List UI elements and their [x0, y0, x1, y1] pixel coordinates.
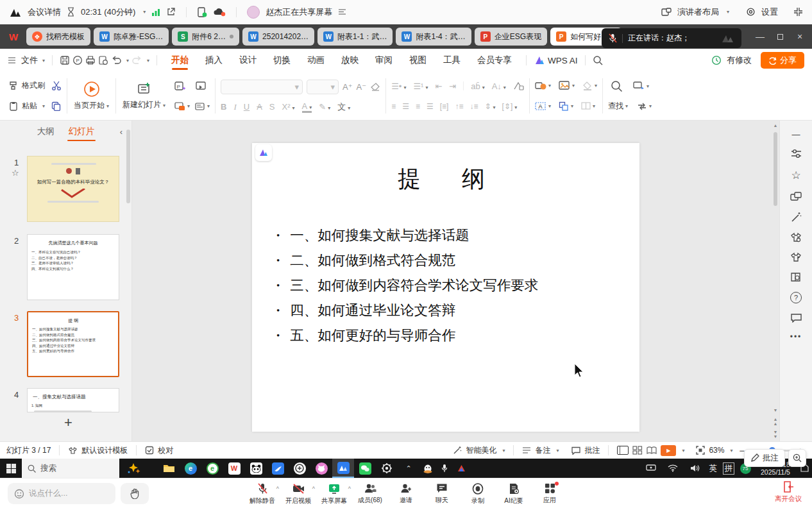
text-direction-button[interactable]: ab̄▾ — [471, 81, 484, 91]
search-icon[interactable] — [593, 55, 603, 65]
section-dropdown[interactable]: ▾ — [195, 102, 210, 111]
collapse-window-icon[interactable] — [793, 7, 803, 17]
doc-status-icon[interactable] — [197, 7, 208, 17]
notes-button[interactable]: 备注 — [535, 445, 550, 456]
slide-thumbnail-3-selected[interactable]: 提 纲 一、如何搜集文献与选择话题 二、如何做到格式符合规范 三、如何做到内容符… — [27, 311, 119, 377]
strikethrough-button[interactable]: A — [257, 102, 262, 112]
tab-animation[interactable]: 动画 — [300, 49, 332, 72]
play-from-current-button[interactable]: 当页开始▾ — [69, 74, 114, 117]
tab-doc-3[interactable]: W252014202… — [242, 28, 314, 46]
cut-icon[interactable] — [51, 81, 62, 90]
scroll-up-icon[interactable]: ▲ — [772, 123, 779, 128]
invite-button[interactable]: 邀请 — [388, 480, 424, 505]
feedback-bubble-icon[interactable] — [791, 313, 802, 323]
tencent-meeting-app-icon[interactable] — [332, 459, 354, 478]
modified-status[interactable]: 有修改 — [727, 55, 752, 66]
sharer-avatar[interactable] — [247, 6, 260, 19]
new-slide-button[interactable]: 新建幻灯片▾ — [117, 74, 171, 117]
undo-caret-icon[interactable]: ▾ — [126, 58, 129, 64]
reading-view-button[interactable] — [647, 446, 657, 455]
quick-chat-input[interactable]: 说点什么... — [8, 483, 115, 504]
apps-button[interactable]: 应用 — [532, 480, 568, 505]
panel-collapse-icon[interactable]: ‹ — [120, 127, 123, 137]
normal-view-button[interactable] — [617, 446, 629, 455]
panda-app-icon[interactable] — [245, 459, 267, 478]
canvas-scrollbar[interactable]: ▲ ▼ ▲▲ ▼▼ — [772, 121, 779, 441]
template-button[interactable]: 默认设计模板 — [81, 445, 128, 456]
tray-triangle-app-icon[interactable] — [453, 459, 469, 478]
tab-design[interactable]: 设计 — [232, 49, 264, 72]
slide-thumbnail-2[interactable]: 先搞清楚这几个基本问题 一、本科论文你写完自己读吗？ 二、自己不读，老师会读吗？… — [27, 234, 119, 300]
wps-ai-assistant-button[interactable] — [255, 144, 272, 161]
decrease-font-icon[interactable]: A⁻ — [357, 82, 367, 92]
slide-canvas[interactable]: 提 纲 •一、如何搜集文献与选择话题 •二、如何做到格式符合规范 •三、如何做到… — [252, 143, 639, 432]
layout-dropdown[interactable]: ▾ — [174, 102, 190, 111]
ime-pinyin[interactable]: 拼 — [723, 462, 734, 475]
wps-app-icon[interactable]: W — [223, 459, 245, 478]
copy-icon[interactable] — [51, 101, 61, 111]
timer-caret-icon[interactable]: ▾ — [143, 9, 146, 15]
tab-home[interactable]: 开始 — [164, 49, 196, 72]
text-align-vertical-button[interactable]: [⇕]▾ — [502, 102, 518, 111]
increase-indent-button[interactable]: ⇥ — [449, 81, 456, 91]
cat-app-icon[interactable] — [310, 459, 332, 478]
save-icon[interactable] — [60, 55, 70, 65]
find-button[interactable]: 查找▾ — [608, 101, 628, 112]
beautify-button[interactable]: 智能美化 — [466, 445, 496, 456]
window-close-button[interactable]: × — [791, 31, 808, 42]
volume-icon[interactable] — [684, 459, 706, 478]
find-icon[interactable] — [611, 80, 623, 92]
qq-icon[interactable] — [419, 459, 436, 478]
line-spacing-down-button[interactable]: ↓≡ — [469, 102, 478, 111]
slide-thumbnail-1[interactable]: 如何写一篇合格的本科毕业论文？ — [27, 156, 119, 222]
paste-button[interactable]: 粘贴▾ — [9, 101, 45, 112]
export-pdf-icon[interactable]: P — [72, 55, 83, 65]
panel-tab-slides[interactable]: 幻灯片 — [69, 126, 95, 137]
vertical-text-button[interactable]: A↓▾ — [492, 81, 506, 91]
font-color-button[interactable]: A▾ — [302, 101, 312, 113]
increase-font-icon[interactable]: A⁺ — [343, 82, 353, 92]
next-slide-icon[interactable]: ▼▼ — [772, 430, 779, 439]
resource-search-icon[interactable] — [790, 272, 802, 282]
distribute-button[interactable]: [≡] — [440, 102, 449, 111]
slideshow-play-button[interactable]: ▶ — [661, 445, 676, 456]
record-button[interactable]: 录制 — [460, 480, 496, 505]
panel-tab-outline[interactable]: 大纲 — [37, 126, 55, 137]
wps-ai-menu[interactable]: WPS AI — [548, 56, 578, 65]
textbox-button[interactable]: A▾ — [535, 101, 551, 111]
align-left-button[interactable]: ≡ — [391, 102, 396, 111]
print-preview-icon[interactable] — [98, 55, 108, 65]
members-button[interactable]: 成员(68) — [352, 480, 388, 505]
bullet-list-button[interactable]: ☰•▾ — [391, 81, 406, 91]
add-slide-button[interactable]: + — [64, 414, 72, 431]
line-spacing-button[interactable]: ⇕▾ — [484, 102, 495, 111]
char-spacing-button[interactable]: 文▾ — [337, 101, 350, 113]
chat-button[interactable]: 聊天 — [424, 480, 460, 505]
share-button[interactable]: 分享 — [761, 52, 804, 69]
start-button[interactable] — [0, 459, 22, 478]
object-properties-icon[interactable] — [791, 149, 802, 159]
proofread-button[interactable]: 校对 — [158, 445, 173, 456]
tab-doc-2[interactable]: S附件6 2… — [172, 28, 239, 46]
bird-app-icon[interactable] — [267, 459, 289, 478]
bold-button[interactable]: B — [221, 102, 226, 112]
open-external-icon[interactable] — [166, 7, 176, 17]
edge-icon[interactable]: e — [180, 459, 201, 478]
smartart-convert-icon[interactable] — [513, 81, 524, 90]
file-explorer-icon[interactable] — [158, 459, 180, 478]
tab-doc-4[interactable]: W附表1-1：武… — [317, 28, 393, 46]
format-painter-button[interactable]: 格式刷 — [9, 80, 45, 91]
scroll-down-icon[interactable]: ▼ — [772, 408, 779, 412]
ime-english[interactable]: 英 — [709, 463, 718, 474]
arrange-button[interactable]: ▾ — [559, 101, 573, 111]
settings-button[interactable]: 设置 — [761, 6, 778, 18]
columns-button[interactable]: ▾ — [581, 101, 595, 110]
cloud-record-icon[interactable] — [214, 7, 226, 17]
italic-button[interactable]: I — [233, 102, 236, 112]
tab-review[interactable]: 审阅 — [368, 49, 400, 72]
meeting-timer[interactable]: 02:31 (40分钟) — [81, 6, 135, 18]
wifi-icon[interactable] — [662, 459, 684, 478]
print-icon[interactable] — [85, 55, 96, 65]
tab-slideshow[interactable]: 放映 — [334, 49, 366, 72]
tab-doc-6[interactable]: P企业ESG表现 — [475, 28, 547, 46]
